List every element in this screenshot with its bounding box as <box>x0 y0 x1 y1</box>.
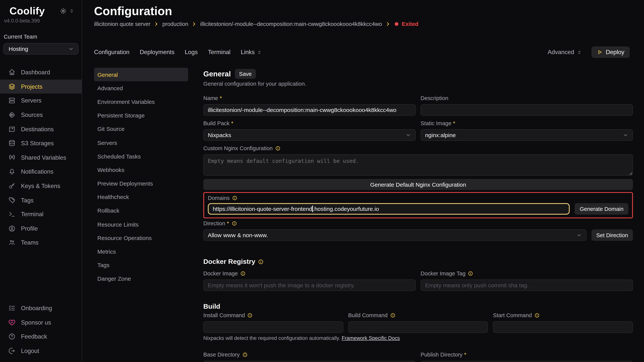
subnav-servers[interactable]: Servers <box>94 136 188 149</box>
sidebar-item-notifications[interactable]: Notifications <box>0 165 82 179</box>
save-button[interactable]: Save <box>235 69 256 79</box>
static-image-select[interactable]: nginx:alpine <box>421 129 633 141</box>
sidebar-item-feedback[interactable]: Feedback <box>0 330 82 344</box>
home-icon <box>8 69 16 76</box>
map-icon <box>8 125 16 133</box>
sidebar-item-sponsor-us[interactable]: Sponsor us <box>0 315 82 330</box>
info-icon <box>534 313 540 318</box>
build-heading: Build <box>203 303 633 310</box>
team-select-value: Hosting <box>9 45 68 52</box>
generate-domain-button[interactable]: Generate Domain <box>575 203 628 215</box>
docker-image-tag-input[interactable] <box>421 280 633 291</box>
static-image-label: Static Image* <box>421 120 633 126</box>
info-icon <box>468 271 473 276</box>
subnav-persistent-storage[interactable]: Persistent Storage <box>94 109 188 122</box>
required-asterisk: * <box>453 120 455 126</box>
framework-docs-link[interactable]: Framework Specific Docs <box>342 335 400 341</box>
subnav-preview-deployments[interactable]: Preview Deployments <box>94 177 188 190</box>
required-asterisk: * <box>220 95 222 101</box>
git-source-icon <box>8 111 16 119</box>
docker-image-input[interactable] <box>203 280 416 291</box>
sidebar: Coolify v4.0.0-beta.399 Current Team Hos… <box>0 0 82 362</box>
sidebar-item-sources[interactable]: Sources <box>0 108 82 122</box>
sidebar-item-profile[interactable]: Profile <box>0 222 82 236</box>
sidebar-item-keys-tokens[interactable]: Keys & Tokens <box>0 179 82 193</box>
subnav-danger-zone[interactable]: Danger Zone <box>94 272 188 286</box>
generate-nginx-button[interactable]: Generate Default Nginx Configuration <box>203 179 633 190</box>
build-pack-select[interactable]: Nixpacks <box>203 129 416 141</box>
logout-icon <box>8 347 16 355</box>
start-command-label: Start Command <box>493 312 633 319</box>
docker-registry-heading: Docker Registry <box>203 258 633 266</box>
page-title: Configuration <box>94 4 644 18</box>
domains-input[interactable]: https://illicitonion-quote-server-fronte… <box>208 203 570 215</box>
chevron-right-icon <box>192 21 197 27</box>
sidebar-item-projects[interactable]: Projects <box>0 79 82 94</box>
info-icon <box>248 313 253 318</box>
current-team-label: Current Team <box>0 34 82 40</box>
description-input[interactable] <box>421 104 633 116</box>
set-direction-button[interactable]: Set Direction <box>591 229 633 241</box>
chevron-down-icon <box>576 232 582 238</box>
subnav-tags[interactable]: Tags <box>94 258 188 272</box>
deploy-button[interactable]: Deploy <box>591 46 630 58</box>
build-pack-label: Build Pack* <box>203 120 416 126</box>
sidebar-item-tags[interactable]: Tags <box>0 193 82 207</box>
custom-nginx-textarea[interactable] <box>203 154 633 176</box>
direction-select[interactable]: Allow www & non-www. <box>203 229 586 241</box>
description-label: Description <box>421 95 633 101</box>
subnav-git-source[interactable]: Git Source <box>94 122 188 136</box>
sidebar-item-terminal[interactable]: Terminal <box>0 207 82 222</box>
checklist-icon <box>8 305 16 312</box>
base-directory-input[interactable] <box>203 361 416 362</box>
subnav-healthcheck[interactable]: Healthcheck <box>94 190 188 204</box>
subnav-resource-limits[interactable]: Resource Limits <box>94 218 188 231</box>
name-input[interactable] <box>203 104 416 116</box>
domains-label: Domains <box>208 195 628 201</box>
sidebar-item-onboarding[interactable]: Onboarding <box>0 301 82 315</box>
breadcrumb-application[interactable]: illicitestonion/-module--decomposition:m… <box>200 21 382 27</box>
advanced-menu[interactable]: Advanced <box>548 49 582 55</box>
sidebar-item-servers[interactable]: Servers <box>0 94 82 108</box>
subnav-webhooks[interactable]: Webhooks <box>94 163 188 177</box>
publish-directory-input[interactable] <box>421 361 633 362</box>
start-command-input[interactable] <box>493 321 633 333</box>
sidebar-item-dashboard[interactable]: Dashboard <box>0 65 82 79</box>
chevron-updown-icon <box>257 49 262 55</box>
subnav-scheduled-tasks[interactable]: Scheduled Tasks <box>94 149 188 163</box>
chevron-updown-icon <box>576 49 582 55</box>
tab-terminal[interactable]: Terminal <box>208 49 230 55</box>
subnav-resource-operations[interactable]: Resource Operations <box>94 231 188 245</box>
section-subtitle: General configuration for your applicati… <box>203 81 633 87</box>
section-title-general: General <box>203 70 231 78</box>
help-circle-icon <box>8 333 16 340</box>
sidebar-item-s3-storages[interactable]: S3 Storages <box>0 136 82 150</box>
install-command-input[interactable] <box>203 321 343 333</box>
domains-section: Domains https://illicitonion-quote-serve… <box>203 192 633 218</box>
status-badge: Exited <box>402 21 418 27</box>
sidebar-item-destinations[interactable]: Destinations <box>0 122 82 136</box>
info-icon <box>258 259 264 264</box>
tab-deployments[interactable]: Deployments <box>140 49 174 55</box>
general-form: General Save General configuration for y… <box>203 68 633 362</box>
breadcrumb-environment[interactable]: production <box>162 21 188 27</box>
app-version: v4.0.0-beta.399 <box>0 18 82 24</box>
sidebar-item-teams[interactable]: Teams <box>0 236 82 250</box>
tab-logs[interactable]: Logs <box>185 49 198 55</box>
theme-sun-icon[interactable] <box>60 7 67 14</box>
subnav-advanced[interactable]: Advanced <box>94 81 188 95</box>
tab-links[interactable]: Links <box>241 49 262 55</box>
subnav-environment-variables[interactable]: Environment Variables <box>94 95 188 109</box>
theme-updown-icon[interactable] <box>69 8 74 13</box>
subnav-rollback[interactable]: Rollback <box>94 204 188 218</box>
sidebar-item-shared-variables[interactable]: (x) Shared Variables <box>0 150 82 165</box>
tab-configuration[interactable]: Configuration <box>94 49 130 55</box>
sidebar-item-logout[interactable]: Logout <box>0 344 82 358</box>
tab-bar: Configuration Deployments Logs Terminal … <box>94 46 630 58</box>
subnav-general[interactable]: General <box>94 68 188 81</box>
nixpacks-note: Nixpacks will detect the required config… <box>203 335 633 341</box>
subnav-metrics[interactable]: Metrics <box>94 245 188 258</box>
team-select[interactable]: Hosting <box>3 43 78 55</box>
breadcrumb-project[interactable]: illicitonion quote server <box>94 21 150 27</box>
build-command-input[interactable] <box>348 321 488 333</box>
